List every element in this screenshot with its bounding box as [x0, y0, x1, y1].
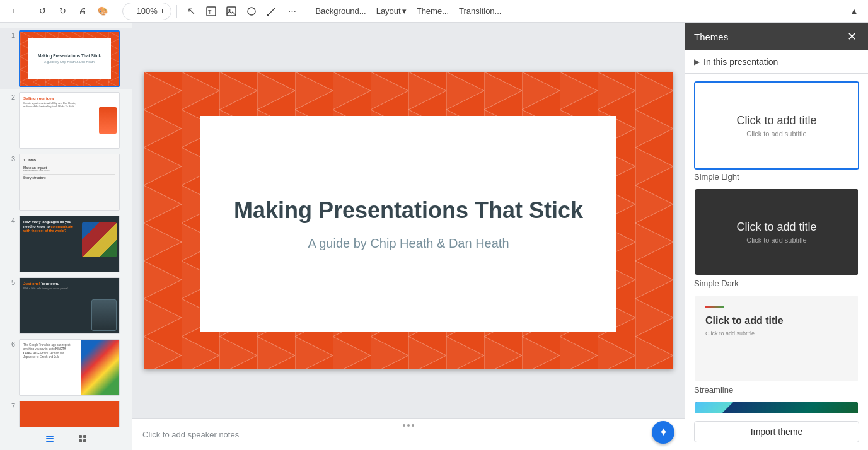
slide-number: 2 — [5, 92, 15, 101]
print-button[interactable]: 🖨 — [74, 3, 91, 20]
slide-main-title[interactable]: Making Presentations That Stick — [234, 197, 583, 224]
themes-panel: Themes ✕ ▶ In this presentation Click to… — [685, 23, 868, 450]
line-icon — [267, 6, 277, 16]
redo-button[interactable]: ↻ — [54, 3, 71, 20]
grid-view-button[interactable] — [72, 431, 93, 446]
textbox-tool-button[interactable]: T — [202, 3, 220, 20]
themes-section-label: In this presentation — [703, 57, 778, 67]
suggest-notes-icon: ✦ — [659, 425, 668, 439]
preview-light-title: Click to add title — [736, 114, 816, 127]
themes-panel-title: Themes — [694, 32, 728, 42]
notes-dot — [403, 424, 405, 427]
slide-number: 5 — [5, 277, 15, 286]
layout-button[interactable]: Layout ▾ — [373, 3, 410, 20]
thumb5-title: Just one! Your own. — [23, 282, 115, 286]
svg-rect-2 — [227, 7, 236, 16]
speaker-notes[interactable]: Click to add speaker notes ✦ — [132, 418, 685, 450]
toolbar-divider-4 — [306, 5, 306, 18]
slide-item[interactable]: 5 Just one! Your own. With a little help… — [0, 275, 132, 337]
theme-item-simple-light[interactable]: Click to add title Click to add subtitle… — [694, 81, 859, 182]
slide-thumbnail: The Google Translate app can repeat anyt… — [19, 339, 120, 396]
list-view-icon — [45, 434, 55, 444]
slide-item[interactable]: 1 Making Presentations That Stick A guid… — [0, 28, 132, 89]
thumb1-content: Making Presentations That Stick A guide … — [28, 38, 111, 79]
slide-canvas[interactable]: Making Presentations That Stick A guide … — [144, 72, 673, 369]
editor-area: Making Presentations That Stick A guide … — [132, 23, 685, 450]
theme-preview-streamline: Click to add title Click to add subtitle — [694, 294, 859, 383]
slide-item[interactable]: 2 Selling your idea Create a partnership… — [0, 89, 132, 151]
slide-item[interactable]: 6 The Google Translate app can repeat an… — [0, 337, 132, 398]
import-theme-button[interactable]: Import theme — [694, 421, 859, 442]
image-tool-button[interactable] — [223, 3, 240, 20]
thumb2-image — [99, 107, 117, 134]
speaker-notes-placeholder: Click to add speaker notes — [142, 430, 239, 439]
slide-number: 4 — [5, 216, 15, 224]
slide-thumbnail: 1. Intro Make an impact Presentations th… — [19, 154, 120, 211]
undo-button[interactable]: ↺ — [33, 3, 51, 20]
thumb6-flags — [81, 340, 119, 395]
slide-number: 6 — [5, 339, 15, 348]
list-view-button[interactable] — [40, 431, 60, 446]
more-tools-button[interactable]: ⋯ — [283, 3, 301, 20]
thumb5-sub: With a little help from your smart phone… — [23, 287, 115, 290]
theme-name-simple-light: Simple Light — [694, 172, 859, 182]
thumb1-title: Making Presentations That Stick — [38, 54, 101, 59]
paint-format-button[interactable]: 🎨 — [94, 3, 112, 20]
toolbar: + ↺ ↻ 🖨 🎨 − 100% + ↖ T ⋯ Backg — [0, 0, 868, 23]
thumb1-subtitle: A guide by Chip Heath & Dan Heath — [44, 60, 95, 64]
line-tool-button[interactable] — [263, 3, 281, 20]
thumb5-phone — [91, 299, 117, 331]
thumb3-text1: Presentations that work — [23, 170, 115, 173]
theme-name-simple-dark: Simple Dark — [694, 279, 859, 288]
thumb4-text: How many languages do you need to know t… — [23, 220, 74, 233]
theme-preview-simple-light: Click to add title Click to add subtitle — [694, 81, 859, 170]
preview-streamline-bg: Click to add title Click to add subtitle — [695, 296, 858, 381]
thumb3-title: 1. Intro — [23, 158, 115, 162]
textbox-icon: T — [206, 6, 216, 16]
slide-number: 1 — [5, 30, 15, 39]
slide-thumbnail: Just one! Your own. With a little help f… — [19, 277, 120, 334]
grid-view-icon — [78, 434, 88, 444]
preview-simple-dark-bg: Click to add title Click to add subtitle — [695, 189, 858, 275]
preview-streamline-title: Click to add title — [705, 315, 848, 326]
notes-dot — [412, 424, 414, 427]
themes-section[interactable]: ▶ In this presentation — [685, 50, 868, 74]
svg-rect-8 — [46, 436, 54, 437]
slide-panel: 1 Making Presentations That Stick A guid… — [0, 23, 132, 450]
slide-item[interactable]: 3 1. Intro Make an impact Presentations … — [0, 151, 132, 213]
svg-rect-12 — [83, 435, 86, 438]
thumb2-title: Selling your idea — [23, 96, 115, 100]
theme-preview-4: Click to add title — [694, 401, 859, 413]
layout-dropdown-icon: ▾ — [402, 6, 407, 16]
svg-rect-9 — [46, 438, 54, 439]
theme-item-streamline[interactable]: Click to add title Click to add subtitle… — [694, 294, 859, 395]
transition-button[interactable]: Transition... — [455, 3, 505, 20]
select-tool-button[interactable]: ↖ — [182, 3, 200, 20]
slide-item[interactable]: 4 How many languages do you need to know… — [0, 213, 132, 275]
image-icon — [226, 6, 236, 16]
notes-dot — [407, 424, 410, 427]
notes-drag-handle[interactable] — [132, 419, 685, 422]
theme-item-simple-dark[interactable]: Click to add title Click to add subtitle… — [694, 188, 859, 288]
preview-simple-light-bg: Click to add title Click to add subtitle — [695, 83, 858, 168]
svg-rect-13 — [79, 439, 82, 442]
toolbar-divider-1 — [28, 5, 28, 18]
slide-number: 3 — [5, 154, 15, 163]
collapse-toolbar-button[interactable]: ▲ — [845, 3, 863, 20]
shapes-tool-button[interactable] — [243, 3, 260, 20]
zoom-in-icon: + — [160, 6, 165, 16]
theme-item-4[interactable]: Click to add title — [694, 401, 859, 413]
zoom-control[interactable]: − 100% + — [122, 3, 171, 20]
themes-close-button[interactable]: ✕ — [844, 29, 859, 44]
suggest-notes-button[interactable]: ✦ — [652, 421, 674, 444]
preview-light-subtitle: Click to add subtitle — [746, 130, 806, 137]
add-button[interactable]: + — [5, 3, 23, 20]
background-button[interactable]: Background... — [311, 3, 369, 20]
preview-streamline-subtitle: Click to add subtitle — [705, 330, 848, 337]
slide-subtitle[interactable]: A guide by Chip Heath & Dan Heath — [308, 236, 509, 251]
slide-thumbnail: How many languages do you need to know t… — [19, 216, 120, 272]
thumb6-text: The Google Translate app can repeat anyt… — [23, 343, 78, 359]
shapes-icon — [246, 6, 257, 16]
theme-button[interactable]: Theme... — [413, 3, 453, 20]
slide-thumbnail: Making Presentations That Stick A guide … — [19, 30, 120, 87]
